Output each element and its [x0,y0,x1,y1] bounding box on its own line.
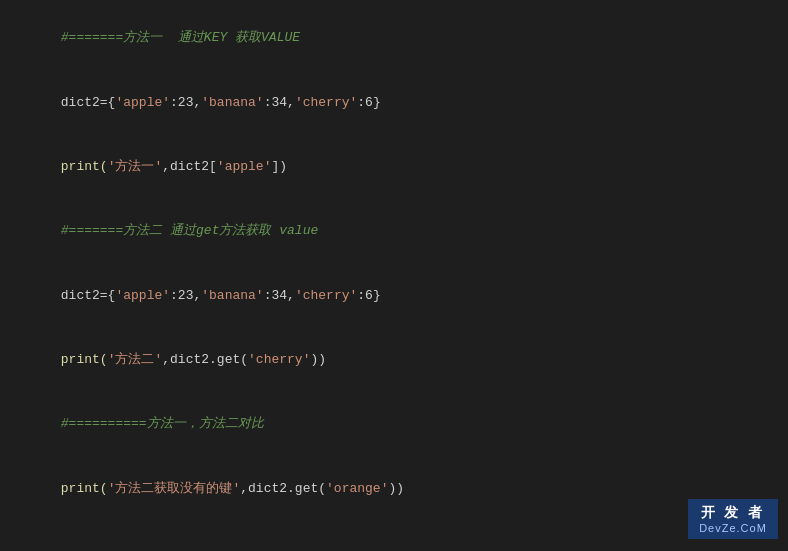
code-line-1: #=======方法一 通过KEY 获取VALUE [14,6,774,70]
code-line-6: print('方法二',dict2.get('cherry')) [14,328,774,392]
code-line-5: dict2={'apple':23,'banana':34,'cherry':6… [14,263,774,327]
code-line-3: print('方法一',dict2['apple']) [14,135,774,199]
comment-1: #=======方法一 通过KEY 获取VALUE [61,30,300,45]
code-line-8: print('方法二获取没有的键',dict2.get('orange')) [14,456,774,520]
code-line-2: dict2={'apple':23,'banana':34,'cherry':6… [14,70,774,134]
code-line-blank [14,521,774,542]
code-line-7: #==========方法一，方法二对比 [14,392,774,456]
watermark-line2: DevZe.CoM [696,522,770,534]
watermark: 开 发 者 DevZe.CoM [688,499,778,539]
code-block: #=======方法一 通过KEY 获取VALUE dict2={'apple'… [0,0,788,551]
code-line-10: print('方法一获取没有的键',dict2['orange']) [14,542,774,551]
code-text: dict2={ [61,95,116,110]
watermark-line1: 开 发 者 [696,504,770,522]
code-line-4: #=======方法二 通过get方法获取 value [14,199,774,263]
